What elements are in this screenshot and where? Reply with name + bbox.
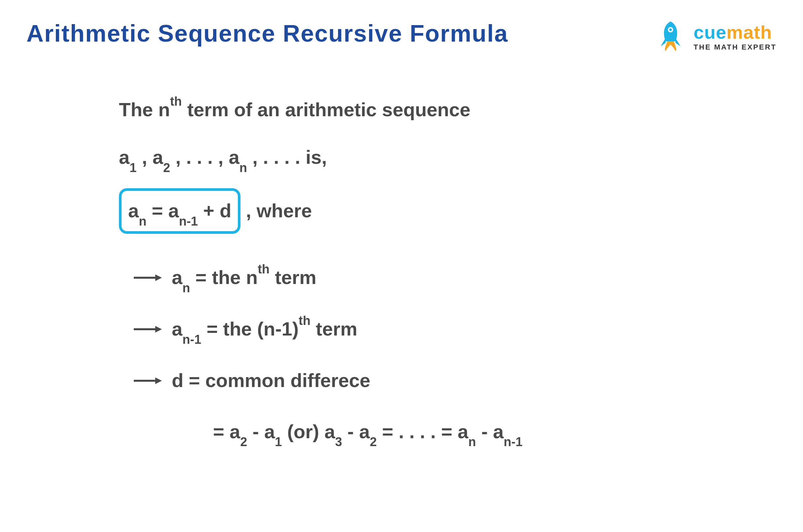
superscript: th [299, 314, 311, 328]
bullet-item-2: an-1 = the (n-1)th term [132, 312, 777, 347]
svg-marker-5 [155, 326, 162, 332]
text: term [311, 318, 357, 340]
bullet-item-3: d = common differece [132, 363, 777, 398]
logo-math: math [726, 21, 772, 43]
text: a [119, 146, 130, 168]
text: - a [247, 421, 275, 442]
text: term [269, 266, 316, 288]
logo-tagline: THE MATH EXPERT [694, 43, 777, 52]
text: The n [119, 99, 170, 120]
text: a [172, 266, 182, 288]
subscript: 2 [163, 161, 170, 175]
formula-box: an = an-1 + d [119, 188, 241, 234]
sequence-line: a1 , a2 , . . . , an , . . . . is, [119, 140, 777, 175]
text: , . . . , a [170, 146, 240, 168]
text: + d [198, 200, 231, 221]
rocket-icon [654, 20, 687, 53]
bullet-section: an = the nth term an-1 = the (n-1)th ter… [119, 260, 777, 449]
subscript: n [468, 435, 476, 449]
svg-point-1 [669, 28, 672, 31]
bullet-item-1: an = the nth term [132, 260, 777, 295]
svg-marker-3 [155, 274, 162, 281]
brand-logo: cuemath THE MATH EXPERT [654, 20, 777, 53]
continuation-line: = a2 - a1 (or) a3 - a2 = . . . . = an - … [132, 415, 777, 450]
intro-line-1: The nth term of an arithmetic sequence [119, 93, 777, 127]
logo-cue: cue [694, 21, 727, 43]
text: = the n [190, 266, 258, 288]
logo-name: cuemath [694, 21, 777, 43]
subscript: 2 [240, 435, 247, 449]
header: Arithmetic Sequence Recursive Formula cu… [26, 20, 777, 53]
subscript: n-1 [179, 214, 198, 228]
text: a [172, 318, 182, 340]
subscript: n [139, 214, 146, 228]
text: , . . . . is, [247, 146, 327, 168]
text: = the (n-1) [201, 318, 299, 340]
subscript: 1 [275, 435, 282, 449]
text: = . . . . = a [377, 421, 468, 442]
text: - a [476, 421, 504, 442]
subscript: n [182, 281, 190, 295]
page-title: Arithmetic Sequence Recursive Formula [26, 20, 508, 47]
superscript: th [170, 94, 182, 108]
text: - a [342, 421, 370, 442]
arrow-icon [132, 324, 162, 334]
subscript: n-1 [504, 435, 523, 449]
text: a [128, 200, 139, 221]
subscript: 1 [130, 161, 136, 175]
bullet-text: an-1 = the (n-1)th term [172, 312, 357, 347]
text: term of an arithmetic sequence [182, 99, 470, 120]
subscript: 2 [370, 435, 377, 449]
subscript: n-1 [182, 332, 201, 346]
content: The nth term of an arithmetic sequence a… [26, 93, 777, 450]
svg-marker-7 [155, 377, 162, 384]
subscript: n [240, 161, 247, 175]
arrow-icon [132, 376, 162, 386]
text: = a [146, 200, 179, 221]
text: = a [213, 421, 240, 442]
arrow-icon [132, 273, 162, 283]
text: , where [241, 200, 312, 221]
bullet-text: an = the nth term [172, 260, 316, 295]
subscript: 3 [335, 435, 342, 449]
superscript: th [258, 262, 269, 276]
text: (or) a [282, 421, 335, 442]
text: , a [136, 146, 163, 168]
bullet-text: d = common differece [172, 363, 370, 398]
formula-line: an = an-1 + d , where [119, 188, 777, 234]
logo-text: cuemath THE MATH EXPERT [694, 21, 777, 52]
